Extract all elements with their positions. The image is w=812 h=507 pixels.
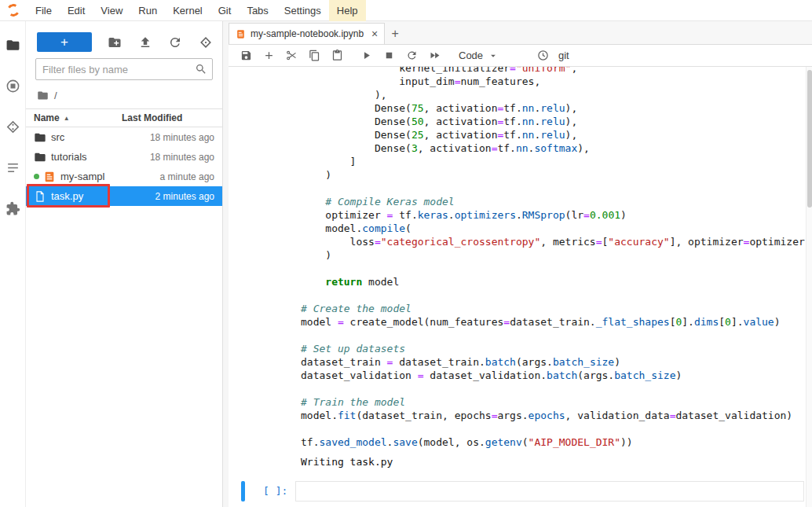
running-indicator <box>34 174 39 179</box>
file-filter-input[interactable] <box>35 58 213 80</box>
upload-icon[interactable] <box>138 35 152 50</box>
git-toolbar-label[interactable]: git <box>558 50 569 61</box>
git-icon[interactable] <box>5 119 20 134</box>
add-tab-button[interactable]: + <box>385 24 405 44</box>
run-icon[interactable] <box>355 46 378 65</box>
new-launcher-button[interactable]: + <box>37 32 92 52</box>
cell-collapser[interactable] <box>241 481 245 501</box>
cell-type-dropdown[interactable]: Code <box>459 50 525 61</box>
menu-help[interactable]: Help <box>329 0 366 21</box>
code-line: loss="categorical_crossentropy", metrics… <box>301 235 807 248</box>
empty-cell-editor[interactable] <box>295 481 804 501</box>
menu-tabs[interactable]: Tabs <box>239 0 276 21</box>
toc-icon[interactable] <box>5 160 20 175</box>
running-kernels-icon[interactable] <box>5 78 20 94</box>
cell-output: Writing task.py <box>301 456 807 468</box>
code-line: # Create the model <box>301 302 807 315</box>
insert-cell-icon[interactable] <box>258 46 280 65</box>
new-folder-icon[interactable] <box>108 35 122 50</box>
code-line: Dense(25, activation=tf.nn.relu), <box>301 128 807 141</box>
code-line: tf.saved_model.save(model, os.getenv("AI… <box>301 435 807 449</box>
file-list-header: Name ▲ Last Modified <box>26 108 222 127</box>
tab-notebook[interactable]: my-sample-notebook.ipynb × <box>229 23 385 44</box>
empty-cell: [ ]: <box>229 481 804 501</box>
code-line: Dense(50, activation=tf.nn.relu), <box>301 115 807 128</box>
column-name[interactable]: Name ▲ <box>34 112 122 123</box>
code-line: kernel_initializer="uniform", <box>301 67 807 75</box>
file-row[interactable]: tutorials18 minutes ago <box>26 147 222 167</box>
save-icon[interactable] <box>235 46 258 65</box>
annotation-rectangle <box>27 184 110 208</box>
code-line: dataset_validation = dataset_validation.… <box>301 369 807 382</box>
code-line: ), <box>301 88 807 101</box>
jupyter-logo-icon <box>5 2 20 17</box>
file-filter <box>35 58 213 80</box>
column-last-modified[interactable]: Last Modified <box>122 112 214 123</box>
sort-caret-icon: ▲ <box>64 115 70 122</box>
cell-prompt: [ ]: <box>263 485 287 497</box>
tab-bar: my-sample-notebook.ipynb × + <box>229 21 812 45</box>
menu-run[interactable]: Run <box>130 0 165 21</box>
file-browser-panel: + / <box>26 21 223 507</box>
file-name: my-sampl <box>60 171 122 182</box>
scrollbar-thumb[interactable] <box>807 70 812 208</box>
stop-icon[interactable] <box>378 46 401 65</box>
code-editor[interactable]: kernel_initializer="uniform", input_dim=… <box>301 67 807 449</box>
folder-icon <box>34 151 46 163</box>
cell-type-value: Code <box>459 50 483 61</box>
file-row[interactable]: src18 minutes ago <box>26 127 222 147</box>
menu-git[interactable]: Git <box>210 0 240 21</box>
file-name: src <box>51 131 122 143</box>
notebook-tab-icon <box>236 29 246 39</box>
file-browser-toolbar: + <box>37 32 213 52</box>
extensions-icon[interactable] <box>5 200 20 216</box>
code-line: # Set up datasets <box>301 342 807 355</box>
code-cell[interactable]: kernel_initializer="uniform", input_dim=… <box>229 67 807 476</box>
notebook-icon <box>43 171 56 183</box>
code-line: return model <box>301 275 807 288</box>
chevron-down-icon <box>488 50 499 61</box>
menu-file[interactable]: File <box>27 0 60 21</box>
code-line <box>301 182 807 195</box>
copy-icon[interactable] <box>303 46 326 65</box>
code-line <box>301 288 807 302</box>
run-all-icon[interactable] <box>423 46 446 65</box>
notebook-toolbar: Code git <box>229 45 812 67</box>
code-line: # Compile Keras model <box>301 195 807 208</box>
refresh-icon[interactable] <box>168 35 182 50</box>
code-line: ) <box>301 168 807 182</box>
code-line: # Train the model <box>301 395 807 409</box>
code-line <box>301 329 807 342</box>
file-name: tutorials <box>51 151 122 163</box>
main-area: my-sample-notebook.ipynb × + <box>229 21 812 507</box>
restart-kernel-icon[interactable] <box>401 46 423 65</box>
code-line <box>301 382 807 395</box>
menu-edit[interactable]: Edit <box>60 0 93 21</box>
folder-icon <box>34 131 46 144</box>
paste-icon[interactable] <box>326 46 349 65</box>
breadcrumb-root[interactable]: / <box>54 90 57 101</box>
breadcrumb[interactable]: / <box>37 87 213 103</box>
file-modified: 18 minutes ago <box>126 132 214 143</box>
panel-splitter[interactable] <box>223 21 229 507</box>
cut-icon[interactable] <box>280 46 303 65</box>
code-line: model = create_model(num_features=datase… <box>301 315 807 329</box>
file-browser-icon[interactable] <box>5 37 20 53</box>
scrollbar-track <box>806 67 812 507</box>
menu-settings[interactable]: Settings <box>276 0 329 21</box>
file-modified: a minute ago <box>126 171 214 182</box>
history-clock-icon[interactable] <box>537 50 549 61</box>
menu-kernel[interactable]: Kernel <box>165 0 210 21</box>
code-line: model.fit(dataset_train, epochs=args.epo… <box>301 409 807 422</box>
git-clone-icon[interactable] <box>199 35 213 50</box>
menu-view[interactable]: View <box>93 0 130 21</box>
tab-label: my-sample-notebook.ipynb <box>251 28 364 39</box>
file-modified: 2 minutes ago <box>126 191 214 202</box>
code-line <box>301 422 807 435</box>
close-icon[interactable]: × <box>371 28 378 39</box>
code-line <box>301 262 807 275</box>
code-line: model.compile( <box>301 222 807 235</box>
left-sidebar <box>0 21 26 507</box>
code-line: input_dim=num_features, <box>301 75 807 88</box>
code-line: ] <box>301 155 807 168</box>
